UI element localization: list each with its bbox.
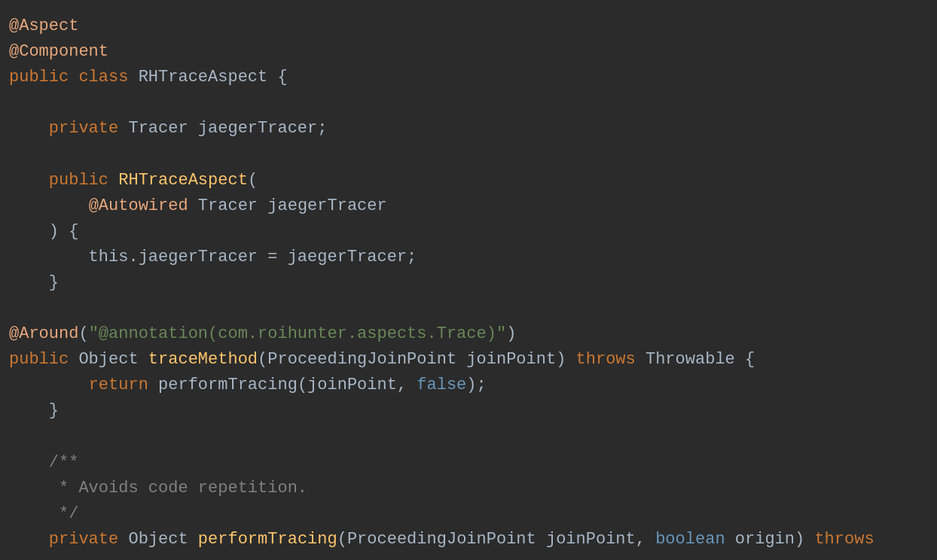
line-16: }	[9, 398, 922, 424]
line-11: }	[9, 270, 922, 296]
line-5: private Tracer jaegerTracer;	[9, 116, 922, 142]
line-2: @Component	[9, 39, 922, 65]
line-3: public class RHTraceAspect {	[9, 65, 922, 90]
line-1: @Aspect	[9, 14, 922, 39]
line-14: public Object traceMethod(ProceedingJoin…	[9, 347, 922, 373]
code-editor: @Aspect @Component public class RHTraceA…	[0, 0, 937, 560]
line-7: public RHTraceAspect(	[9, 168, 922, 193]
line-21: private Object performTracing(Proceeding…	[9, 527, 922, 552]
line-20: */	[9, 501, 922, 527]
line-17	[9, 425, 922, 450]
line-18: /**	[9, 450, 922, 476]
line-12	[9, 296, 922, 321]
line-13: @Around("@annotation(com.roihunter.aspec…	[9, 321, 922, 347]
line-8: @Autowired Tracer jaegerTracer	[9, 193, 922, 219]
line-10: this.jaegerTracer = jaegerTracer;	[9, 245, 922, 270]
line-19: * Avoids code repetition.	[9, 476, 922, 501]
line-6	[9, 142, 922, 167]
line-15: return performTracing(joinPoint, false);	[9, 373, 922, 398]
line-9: ) {	[9, 219, 922, 245]
line-4	[9, 90, 922, 116]
